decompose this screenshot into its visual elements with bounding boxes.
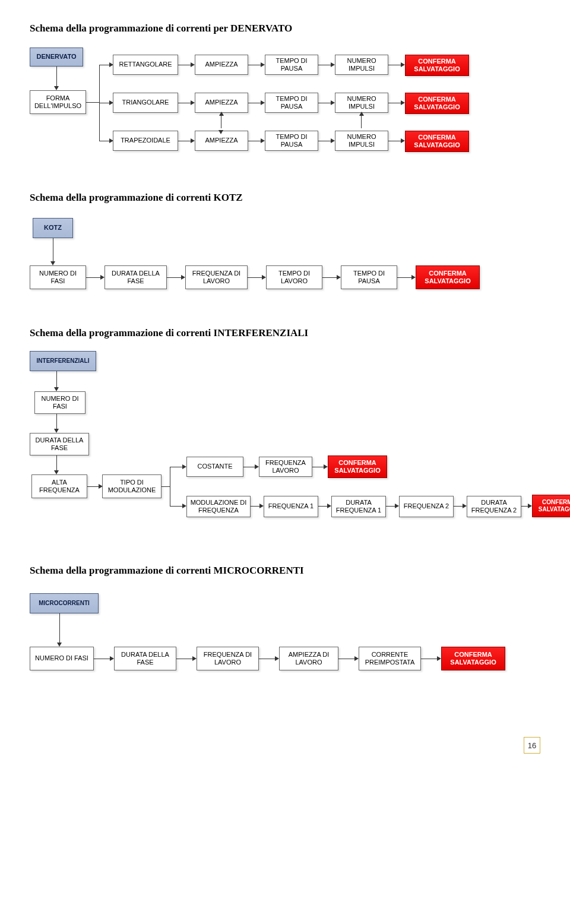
box-mod-freq: MODULAZIONE DI FREQUENZA	[186, 496, 251, 517]
box-costante: COSTANTE	[186, 457, 243, 477]
box-freq-lavoro-i: FREQUENZA LAVORO	[259, 457, 312, 477]
heading-kotz: Schema della programmazione di correnti …	[30, 192, 540, 204]
box-amp-lavoro-m: AMPIEZZA DI LAVORO	[279, 647, 338, 670]
box-freq-lavoro-m: FREQUENZA DI LAVORO	[197, 647, 259, 670]
box-microcorrenti: MICROCORRENTI	[30, 593, 99, 613]
box-numero-fasi-k: NUMERO DI FASI	[30, 265, 86, 289]
box-tempo-pausa-2: TEMPO DI PAUSA	[265, 93, 318, 113]
box-durata-f2: DURATA FREQUENZA 2	[467, 496, 521, 517]
box-numero-impulsi-3: NUMERO IMPULSI	[335, 131, 388, 151]
box-numero-impulsi-1: NUMERO IMPULSI	[335, 55, 388, 75]
box-numero-fasi-m: NUMERO DI FASI	[30, 647, 94, 670]
box-durata-f1: DURATA FREQUENZA 1	[331, 496, 386, 517]
page-number: 16	[524, 737, 540, 754]
heading-micro: Schema della programmazione di correnti …	[30, 565, 540, 577]
box-forma-impulso: FORMA DELL'IMPULSO	[30, 90, 86, 114]
box-tempo-pausa-3: TEMPO DI PAUSA	[265, 131, 318, 151]
box-frequenza2: FREQUENZA 2	[399, 496, 454, 517]
box-tipo-modulazione: TIPO DI MODULAZIONE	[102, 474, 162, 498]
box-conferma-1: CONFERMA SALVATAGGIO	[405, 55, 469, 76]
box-numero-fasi-i: NUMERO DI FASI	[34, 391, 86, 414]
box-tempo-pausa-k: TEMPO DI PAUSA	[341, 265, 397, 289]
box-interf: INTERFERENZIALI	[30, 351, 96, 371]
diagram-denervato: DENERVATO FORMA DELL'IMPULSO RETTANGOLAR…	[30, 40, 540, 174]
heading-denervato: Schema della programmazione di correnti …	[30, 23, 540, 34]
box-corr-preimp-m: CORRENTE PREIMPOSTATA	[359, 647, 421, 670]
box-conferma-i1: CONFERMA SALVATAGGIO	[328, 455, 387, 478]
box-durata-fase-i: DURATA DELLA FASE	[30, 433, 89, 455]
box-numero-impulsi-2: NUMERO IMPULSI	[335, 93, 388, 113]
box-conferma-3: CONFERMA SALVATAGGIO	[405, 131, 469, 152]
box-freq-lavoro-k: FREQUENZA DI LAVORO	[185, 265, 248, 289]
box-durata-fase-m: DURATA DELLA FASE	[114, 647, 176, 670]
box-tempo-lavoro-k: TEMPO DI LAVORO	[266, 265, 322, 289]
diagram-micro: MICROCORRENTI NUMERO DI FASI DURATA DELL…	[30, 583, 540, 695]
box-tempo-pausa-1: TEMPO DI PAUSA	[265, 55, 318, 75]
box-frequenza1: FREQUENZA 1	[264, 496, 318, 517]
box-ampiezza-2: AMPIEZZA	[195, 93, 248, 113]
box-conferma-i2: CONFERMA SALVATAGGIO	[532, 495, 570, 517]
diagram-interf: INTERFERENZIALI NUMERO DI FASI DURATA DE…	[30, 345, 540, 547]
box-ampiezza-1: AMPIEZZA	[195, 55, 248, 75]
box-alta-freq: ALTA FREQUENZA	[31, 474, 87, 498]
box-rettangolare: RETTANGOLARE	[113, 55, 178, 75]
box-conferma-m: CONFERMA SALVATAGGIO	[441, 647, 505, 670]
box-trapezoidale: TRAPEZOIDALE	[113, 131, 178, 151]
box-kotz: KOTZ	[33, 218, 73, 238]
heading-interf: Schema della programmazione di correnti …	[30, 327, 540, 339]
box-conferma-2: CONFERMA SALVATAGGIO	[405, 93, 469, 114]
diagram-kotz: KOTZ NUMERO DI FASI DURATA DELLA FASE FR…	[30, 210, 540, 309]
box-triangolare: TRIANGOLARE	[113, 93, 178, 113]
box-conferma-k: CONFERMA SALVATAGGIO	[416, 265, 480, 289]
box-durata-fase-k: DURATA DELLA FASE	[104, 265, 167, 289]
box-denervato: DENERVATO	[30, 48, 83, 67]
